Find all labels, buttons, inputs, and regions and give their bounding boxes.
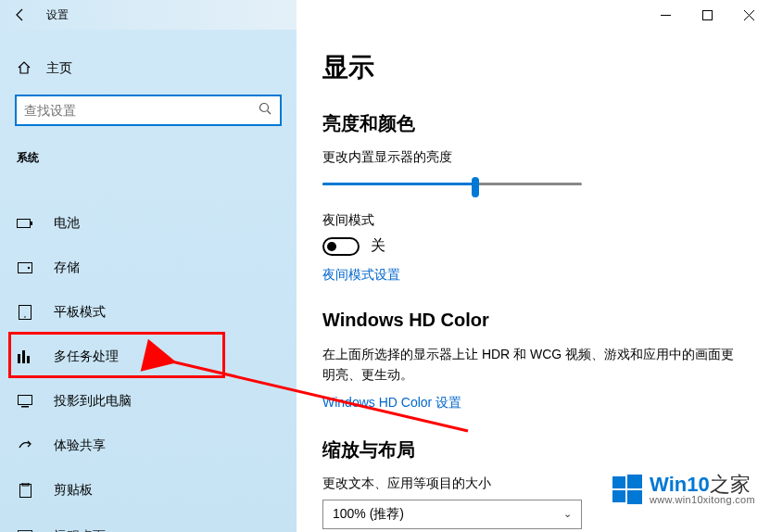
sidebar-item-multitask[interactable]: 多任务处理 xyxy=(0,335,297,379)
sidebar-item-remote[interactable]: 远程桌面 xyxy=(0,514,297,532)
maximize-button[interactable] xyxy=(687,0,728,30)
night-mode-label: 夜间模式 xyxy=(322,212,740,229)
sidebar-item-label: 远程桌面 xyxy=(54,528,106,532)
sidebar-item-label: 体验共享 xyxy=(54,437,106,454)
multitask-icon xyxy=(17,350,33,363)
svg-rect-7 xyxy=(31,222,32,225)
sidebar-item-storage[interactable]: 存储 xyxy=(0,246,297,290)
storage-icon xyxy=(17,262,33,273)
sidebar-item-tablet[interactable]: 平板模式 xyxy=(0,290,297,335)
svg-rect-22 xyxy=(612,490,625,502)
hdcolor-desc: 在上面所选择的显示器上让 HDR 和 WCG 视频、游戏和应用中的画面更明亮、更… xyxy=(322,344,740,386)
svg-rect-17 xyxy=(19,485,31,498)
page-title: 显示 xyxy=(322,50,740,85)
section-brightness-title: 亮度和颜色 xyxy=(322,111,740,136)
minimize-button[interactable] xyxy=(645,0,687,30)
share-icon xyxy=(17,438,33,453)
brightness-label: 更改内置显示器的亮度 xyxy=(322,149,740,166)
svg-line-5 xyxy=(268,110,271,114)
watermark-url: www.win10xitong.com xyxy=(650,495,755,506)
svg-rect-23 xyxy=(627,490,642,504)
sidebar-item-project[interactable]: 投影到此电脑 xyxy=(0,379,297,424)
chevron-down-icon: ⌄ xyxy=(563,508,572,520)
sidebar-item-label: 多任务处理 xyxy=(54,348,119,365)
sidebar-category: 系统 xyxy=(0,126,297,175)
svg-point-11 xyxy=(24,316,26,318)
svg-rect-16 xyxy=(21,406,29,408)
sidebar: 主页 系统 电池 存储 平板模式 xyxy=(0,30,297,532)
tablet-icon xyxy=(17,305,33,320)
svg-rect-20 xyxy=(612,476,625,488)
scale-dropdown[interactable]: 100% (推荐) ⌄ xyxy=(322,500,582,529)
hdcolor-link[interactable]: Windows HD Color 设置 xyxy=(322,395,740,412)
close-button[interactable] xyxy=(728,0,770,30)
search-input[interactable] xyxy=(24,103,259,118)
svg-rect-13 xyxy=(22,350,25,363)
window-title: 设置 xyxy=(46,7,69,23)
sidebar-item-shared[interactable]: 体验共享 xyxy=(0,424,297,468)
svg-rect-14 xyxy=(27,356,30,363)
sidebar-item-label: 电池 xyxy=(54,215,80,232)
svg-rect-6 xyxy=(18,220,31,228)
sidebar-home[interactable]: 主页 xyxy=(0,50,297,87)
svg-rect-12 xyxy=(18,354,20,363)
back-button[interactable] xyxy=(0,0,41,30)
scale-value: 100% (推荐) xyxy=(333,506,404,523)
sidebar-item-clipboard[interactable]: 剪贴板 xyxy=(0,468,297,513)
svg-point-4 xyxy=(260,103,269,111)
clipboard-icon xyxy=(17,483,33,498)
project-icon xyxy=(17,395,33,408)
sidebar-item-battery[interactable]: 电池 xyxy=(0,201,297,246)
windows-logo-icon xyxy=(611,473,644,506)
brightness-slider[interactable] xyxy=(322,173,582,196)
sidebar-item-label: 剪贴板 xyxy=(54,482,93,499)
search-input-wrap[interactable] xyxy=(15,95,282,126)
svg-rect-1 xyxy=(703,10,713,19)
night-mode-settings-link[interactable]: 夜间模式设置 xyxy=(322,267,740,284)
svg-rect-15 xyxy=(19,396,32,405)
svg-rect-21 xyxy=(627,475,642,488)
search-icon xyxy=(259,102,272,120)
sidebar-item-label: 平板模式 xyxy=(54,304,106,321)
sidebar-item-label: 投影到此电脑 xyxy=(54,393,132,410)
watermark: Win10之家 www.win10xitong.com xyxy=(611,473,755,506)
section-hdcolor-title: Windows HD Color xyxy=(322,310,740,331)
battery-icon xyxy=(17,218,33,229)
sidebar-home-label: 主页 xyxy=(46,60,72,77)
toggle-state: 关 xyxy=(371,236,385,256)
titlebar: 设置 xyxy=(0,0,770,30)
svg-point-9 xyxy=(28,267,30,269)
svg-rect-8 xyxy=(19,263,32,273)
content-area: 显示 亮度和颜色 更改内置显示器的亮度 夜间模式 关 夜间模式设置 Window… xyxy=(297,30,770,532)
night-mode-toggle[interactable] xyxy=(322,237,360,256)
watermark-brand: Win10之家 xyxy=(650,474,755,495)
section-scale-title: 缩放与布局 xyxy=(322,437,740,462)
sidebar-item-label: 存储 xyxy=(54,260,80,276)
home-icon xyxy=(17,60,32,78)
